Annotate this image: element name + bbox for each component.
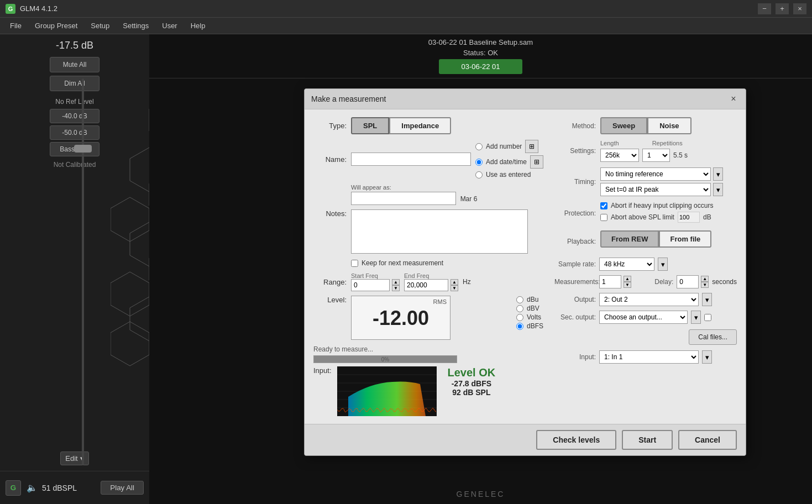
appear-as-input[interactable] — [351, 192, 456, 205]
name-input[interactable] — [351, 153, 471, 166]
output-dropdown[interactable]: ▾ — [702, 293, 712, 306]
range-row: Range: Start Freq ▲ ▼ End Freq — [313, 272, 543, 291]
start-button[interactable]: Start — [622, 430, 673, 450]
spl-limit-input[interactable] — [678, 212, 700, 223]
add-number-icon-btn[interactable]: ⊞ — [525, 140, 538, 153]
minimize-button[interactable]: − — [758, 3, 771, 14]
input-select-label: Input: — [554, 353, 596, 361]
end-freq-down[interactable]: ▼ — [450, 285, 458, 291]
unit-volts[interactable]: Volts — [516, 313, 543, 321]
input-select[interactable]: 1: In 1 — [599, 350, 699, 364]
sample-rate-dropdown[interactable]: ▾ — [658, 258, 668, 271]
start-freq-header: Start Freq — [351, 272, 400, 279]
menu-settings[interactable]: Settings — [117, 19, 154, 32]
add-datetime-icon-btn[interactable]: ⊞ — [530, 155, 543, 169]
delay-down[interactable]: ▼ — [701, 282, 709, 288]
check-levels-button[interactable]: Check levels — [536, 430, 616, 450]
level-minus40-button[interactable]: -40.0 dB — [50, 109, 99, 123]
input-dropdown[interactable]: ▾ — [702, 350, 712, 364]
unit-dbv[interactable]: dBV — [516, 305, 543, 312]
protection-row: Protection: Abort if heavy input clippin… — [554, 202, 737, 225]
from-rew-button[interactable]: From REW — [600, 230, 659, 248]
volts-radio[interactable] — [516, 314, 523, 321]
cancel-button[interactable]: Cancel — [678, 430, 737, 450]
noise-button[interactable]: Noise — [647, 117, 691, 134]
app-title: GLM4 4.1.2 — [20, 4, 758, 13]
start-freq-spinner: ▲ ▼ — [392, 279, 400, 291]
dim-all-button[interactable]: Dim All — [50, 76, 99, 91]
play-all-button[interactable]: Play All — [101, 481, 144, 495]
output-select[interactable]: 2: Out 2 — [599, 293, 699, 306]
protection-label: Protection: — [554, 209, 596, 217]
dialog-close-button[interactable]: × — [728, 93, 739, 104]
sweep-button[interactable]: Sweep — [600, 117, 647, 134]
add-number-radio[interactable] — [475, 143, 483, 150]
menu-help[interactable]: Help — [185, 19, 211, 32]
keep-next-label[interactable]: Keep for next measurement — [351, 259, 543, 267]
edit-dropdown[interactable]: Edit ▾ — [60, 452, 88, 465]
notes-textarea[interactable] — [351, 209, 528, 254]
start-freq-input[interactable] — [351, 279, 390, 291]
timing-selects: No timing reference ▾ Set t=0 at IR peak… — [600, 167, 723, 196]
dbu-radio[interactable] — [516, 296, 523, 303]
menu-user[interactable]: User — [156, 19, 182, 32]
fader-track[interactable] — [82, 78, 84, 465]
notes-label: Notes: — [313, 209, 347, 218]
repetitions-select[interactable]: 1 — [642, 149, 670, 162]
cal-files-button[interactable]: Cal files... — [689, 329, 737, 345]
end-freq-input[interactable] — [404, 279, 448, 291]
abort-spl-checkbox[interactable] — [600, 214, 607, 221]
dialog-bottom: Check levels Start Cancel — [305, 424, 746, 455]
end-freq-up[interactable]: ▲ — [450, 279, 458, 285]
mute-all-button[interactable]: Mute All — [50, 57, 99, 72]
sec-output-checkbox[interactable] — [704, 314, 711, 321]
unit-dbu[interactable]: dBu — [516, 296, 543, 303]
abort-clipping-label: Abort if heavy input clipping occurs — [611, 202, 713, 209]
menu-file[interactable]: File — [4, 19, 27, 32]
session-button[interactable]: 03-06-22 01 — [439, 59, 522, 74]
unit-dbfs[interactable]: dBFS — [516, 322, 543, 330]
g-button[interactable]: G — [6, 480, 21, 496]
add-datetime-radio[interactable] — [475, 159, 483, 166]
start-freq-down[interactable]: ▼ — [392, 285, 400, 291]
dbfs-radio[interactable] — [516, 323, 523, 330]
session-header: 03-06-22 01 Baseline Setup.sam Status: O… — [149, 34, 812, 78]
measurements-up[interactable]: ▲ — [624, 276, 631, 282]
timing-set-dropdown[interactable]: ▾ — [713, 183, 723, 196]
level-minus50-button[interactable]: -50.0 dB — [50, 125, 99, 140]
measurements-input[interactable] — [599, 275, 621, 288]
keep-next-checkbox[interactable] — [351, 260, 358, 267]
delay-input[interactable] — [677, 275, 699, 288]
fader-thumb[interactable] — [74, 145, 92, 153]
sample-rate-select[interactable]: 48 kHz — [599, 258, 654, 271]
sec-output-dropdown[interactable]: ▾ — [691, 311, 701, 324]
settings-headers: Length Repetitions — [600, 140, 688, 146]
sec-output-select[interactable]: Choose an output... — [599, 311, 688, 324]
timing-ref-select[interactable]: No timing reference — [600, 167, 711, 181]
maximize-button[interactable]: + — [776, 3, 789, 14]
abort-clipping-checkbox[interactable] — [600, 202, 607, 209]
level-row: Level: RMS -12.00 dBFS dBu dBV Volts dBF… — [313, 296, 543, 340]
bottom-bar: G 🔈 51 dBSPL Play All — [0, 471, 149, 504]
timing-set-select[interactable]: Set t=0 at IR peak — [600, 183, 711, 196]
use-as-entered-row: Use as entered — [475, 171, 543, 179]
measurements-down[interactable]: ▼ — [624, 282, 631, 288]
close-button[interactable]: × — [793, 3, 806, 14]
menu-setup[interactable]: Setup — [85, 19, 115, 32]
speaker-icon-button[interactable]: 🔈 — [27, 481, 36, 495]
use-as-entered-radio[interactable] — [475, 171, 483, 179]
start-freq-up[interactable]: ▲ — [392, 279, 400, 285]
length-select[interactable]: 256k — [600, 149, 639, 162]
window-controls: − + × — [758, 3, 806, 14]
timing-ref-dropdown[interactable]: ▾ — [713, 167, 723, 181]
menu-group-preset[interactable]: Group Preset — [29, 19, 83, 32]
delay-up[interactable]: ▲ — [701, 276, 709, 282]
from-file-button[interactable]: From file — [659, 230, 711, 248]
app-icon: G — [6, 4, 15, 14]
spl-type-button[interactable]: SPL — [351, 117, 389, 134]
dialog-right-column: Method: Sweep Noise Settings: Length Rep… — [554, 117, 737, 416]
spectrum-display — [337, 366, 437, 416]
level-spl-value: 92 dB SPL — [448, 388, 496, 397]
dbv-radio[interactable] — [516, 305, 523, 312]
impedance-type-button[interactable]: Impedance — [389, 117, 451, 134]
